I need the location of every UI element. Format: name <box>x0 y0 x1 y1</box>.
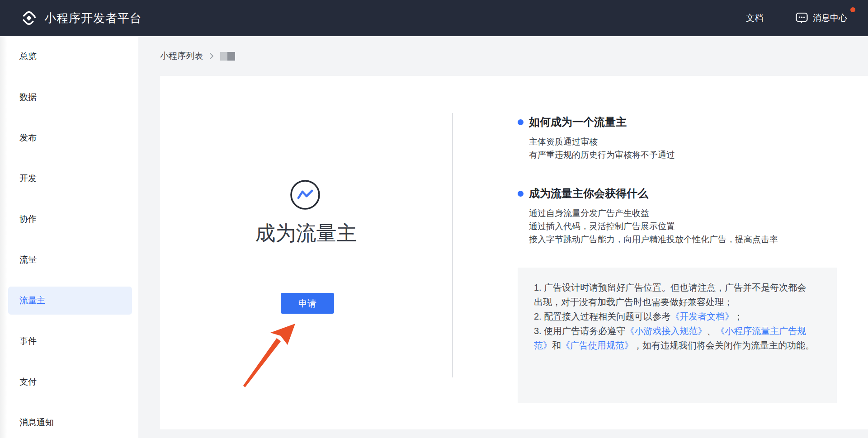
sidebar-item-traffic-owner[interactable]: 流量主 <box>8 287 132 315</box>
section-how-to-become: 如何成为一个流量主 主体资质通过审核 有严重违规的历史行为审核将不予通过 <box>518 115 675 161</box>
sidebar-row-active: 流量主 <box>0 280 138 321</box>
info-column: 如何成为一个流量主 主体资质通过审核 有严重违规的历史行为审核将不予通过 成为流… <box>518 112 837 410</box>
bullet-dot-icon <box>518 191 524 197</box>
section-benefits: 成为流量主你会获得什么 通过自身流量分发广告产生收益 通过插入代码，灵活控制广告… <box>518 186 778 246</box>
section-line: 通过插入代码，灵活控制广告展示位置 <box>529 220 778 233</box>
apply-button[interactable]: 申请 <box>281 293 334 314</box>
section-line: 有严重违规的历史行为审核将不予通过 <box>529 148 675 161</box>
section-line: 接入字节跳动广告能力，向用户精准投放个性化广告，提高点击率 <box>529 233 778 246</box>
breadcrumb-item-applet-list[interactable]: 小程序列表 <box>160 50 203 62</box>
sidebar-item-collaboration[interactable]: 协作 <box>8 205 132 233</box>
sidebar-row: 支付 <box>0 362 138 402</box>
note-text: 1. 广告设计时请预留好广告位置。但也请注意，广告并不是每次都会出现，对于没有加… <box>534 283 806 307</box>
breadcrumb-item-redacted <box>220 52 235 61</box>
message-center-label: 消息中心 <box>813 12 847 24</box>
bullet-dot-icon <box>518 119 524 125</box>
note-link[interactable]: 《开发者文档》 <box>670 311 734 321</box>
promo-title: 成为流量主 <box>160 220 452 247</box>
note-text: 、 <box>707 326 716 336</box>
sidebar-item-traffic[interactable]: 流量 <box>8 246 132 274</box>
breadcrumb: 小程序列表 <box>160 36 235 76</box>
nav-docs-link[interactable]: 文档 <box>746 0 763 36</box>
note-link[interactable]: 《小游戏接入规范》 <box>625 326 707 336</box>
note-text: ，如有违规我们将会关闭作为流量主的功能。 <box>633 340 814 350</box>
sidebar-row: 总览 <box>0 36 138 77</box>
vertical-divider <box>452 113 453 377</box>
sidebar-item-events[interactable]: 事件 <box>8 327 132 355</box>
note-item: 1. 广告设计时请预留好广告位置。但也请注意，广告并不是每次都会出现，对于没有加… <box>534 280 814 309</box>
message-center-button[interactable]: 消息中心 <box>796 0 847 36</box>
unread-badge-dot <box>850 7 855 12</box>
top-header: 小程序开发者平台 文档 消息中心 <box>0 0 868 36</box>
note-text: 3. 使用广告请务必遵守 <box>534 326 625 336</box>
sidebar-row: 开发 <box>0 158 138 199</box>
note-text: ； <box>734 311 743 321</box>
note-link[interactable]: 《广告使用规范》 <box>561 340 633 350</box>
page: 小程序开发者平台 文档 消息中心 总览 数据 发布 开发 协作 流量 <box>0 0 868 438</box>
sidebar-row: 事件 <box>0 321 138 362</box>
microapp-logo-icon <box>20 9 38 27</box>
orange-arrow-pointer-icon <box>235 317 303 390</box>
main-card: 成为流量主 申请 如何成为一个流量主 主体资质通过审核 有严重违规的历史行为审核… <box>160 76 868 429</box>
chat-bubble-icon <box>796 12 808 24</box>
section-heading: 成为流量主你会获得什么 <box>529 186 648 201</box>
note-item: 3. 使用广告请务必遵守《小游戏接入规范》、《小程序流量主广告规范》和《广告使用… <box>534 324 814 353</box>
chevron-right-icon <box>209 52 214 60</box>
sidebar-item-overview[interactable]: 总览 <box>8 42 132 71</box>
section-line: 通过自身流量分发广告产生收益 <box>529 207 778 220</box>
app-title: 小程序开发者平台 <box>44 0 142 36</box>
sidebar-item-notifications[interactable]: 消息通知 <box>8 409 132 437</box>
sidebar-nav: 总览 数据 发布 开发 协作 流量 流量主 事件 支付 消息通知 <box>0 36 138 438</box>
sidebar-item-publish[interactable]: 发布 <box>8 124 132 152</box>
sidebar-row: 发布 <box>0 118 138 158</box>
sidebar-item-payment[interactable]: 支付 <box>8 368 132 396</box>
note-item: 2. 配置接入过程相关问题可以参考《开发者文档》； <box>534 309 814 324</box>
sidebar-item-develop[interactable]: 开发 <box>8 165 132 193</box>
sidebar-row: 流量 <box>0 240 138 280</box>
notes-box: 1. 广告设计时请预留好广告位置。但也请注意，广告并不是每次都会出现，对于没有加… <box>518 268 837 403</box>
section-heading: 如何成为一个流量主 <box>529 115 627 129</box>
sidebar-row: 数据 <box>0 77 138 118</box>
section-line: 主体资质通过审核 <box>529 135 675 148</box>
sidebar-item-data[interactable]: 数据 <box>8 83 132 111</box>
line-chart-circle-icon <box>289 179 321 211</box>
note-text: 2. 配置接入过程相关问题可以参考 <box>534 311 670 321</box>
sidebar-row: 消息通知 <box>0 402 138 438</box>
note-text: 和 <box>552 340 561 350</box>
sidebar-row: 协作 <box>0 199 138 240</box>
